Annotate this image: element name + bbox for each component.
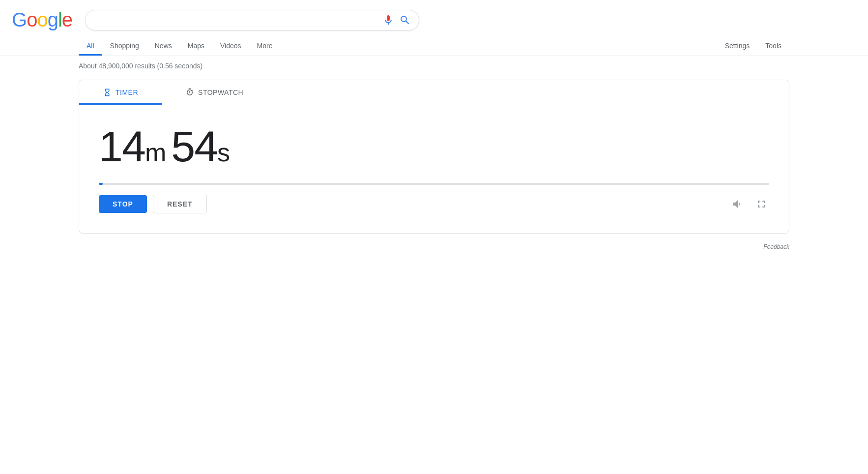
fullscreen-icon	[755, 198, 767, 210]
logo-letter-o2: o	[37, 9, 47, 31]
nav-right: Settings Tools	[717, 36, 789, 56]
nav-item-maps[interactable]: Maps	[180, 36, 212, 56]
tab-stopwatch[interactable]: STOPWATCH	[162, 80, 267, 105]
logo-letter-l: l	[58, 9, 62, 31]
timer-seconds: 54	[171, 122, 217, 171]
sound-button[interactable]	[730, 196, 746, 212]
search-bar: set a 15 minute timer	[85, 10, 419, 30]
stop-button[interactable]: STOP	[99, 195, 147, 213]
header: G o o g l e set a 15 minute timer	[0, 0, 868, 36]
timer-right-controls	[730, 196, 769, 212]
nav-item-settings[interactable]: Settings	[717, 36, 758, 56]
progress-bar-fill	[99, 183, 103, 185]
nav-item-more[interactable]: More	[249, 36, 281, 56]
timer-widget: TIMER STOPWATCH 14m54s STOP RESET	[79, 80, 789, 234]
mic-icon[interactable]	[382, 14, 394, 26]
stopwatch-icon	[185, 88, 194, 97]
logo-letter-o1: o	[27, 9, 37, 31]
nav-item-videos[interactable]: Videos	[212, 36, 249, 56]
nav-item-shopping[interactable]: Shopping	[102, 36, 147, 56]
logo-letter-g: G	[12, 9, 27, 31]
hourglass-icon	[103, 88, 112, 97]
logo-letter-e: e	[62, 9, 72, 31]
timer-body: 14m54s STOP RESET	[79, 105, 789, 233]
results-count: About 48,900,000 results (0.56 seconds)	[0, 56, 868, 74]
minutes-unit: m	[145, 138, 165, 167]
logo-letter-g2: g	[48, 9, 58, 31]
timer-display: 14m54s	[99, 125, 769, 168]
tab-timer[interactable]: TIMER	[79, 80, 162, 105]
timer-minutes: 14	[99, 122, 145, 171]
sound-icon	[732, 198, 744, 210]
seconds-unit: s	[217, 138, 229, 167]
nav-item-all[interactable]: All	[79, 36, 102, 56]
search-input[interactable]: set a 15 minute timer	[93, 15, 377, 25]
fullscreen-button[interactable]	[753, 196, 769, 212]
nav-item-tools[interactable]: Tools	[757, 36, 789, 56]
google-logo: G o o g l e	[12, 9, 72, 31]
feedback-link[interactable]: Feedback	[763, 243, 789, 250]
nav-bar: All Shopping News Maps Videos More Setti…	[0, 36, 868, 56]
timer-controls: STOP RESET	[99, 195, 769, 223]
progress-bar-container	[99, 183, 769, 185]
nav-item-news[interactable]: News	[147, 36, 180, 56]
feedback-row: Feedback	[0, 239, 868, 254]
search-icon[interactable]	[399, 14, 411, 26]
reset-button[interactable]: RESET	[153, 195, 207, 213]
widget-tabs: TIMER STOPWATCH	[79, 80, 789, 105]
